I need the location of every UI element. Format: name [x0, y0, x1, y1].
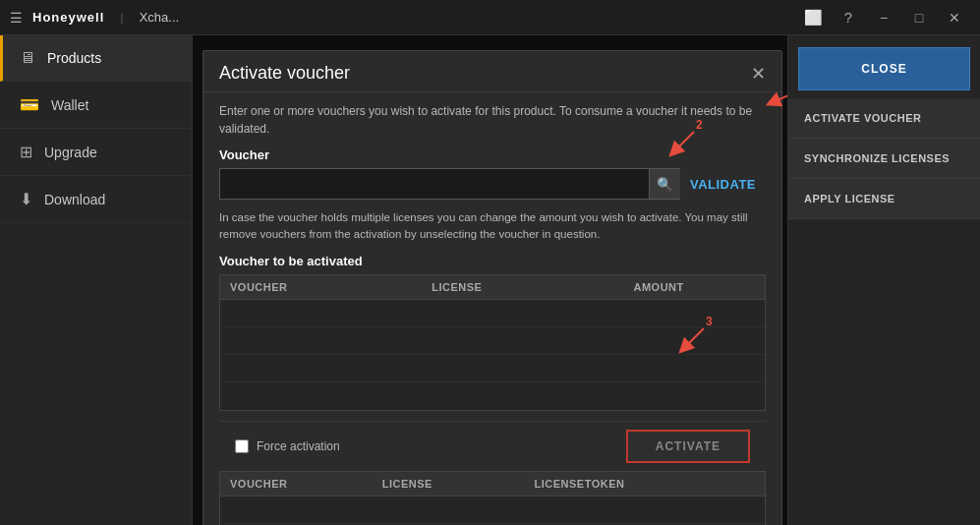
monitor-icon: ⬜ — [804, 9, 823, 27]
modal-close-button[interactable]: ✕ — [751, 65, 766, 83]
download-icon: ⬇ — [20, 190, 32, 208]
voucher-label: Voucher — [219, 147, 766, 162]
table2-header: VOUCHER LICENSE LICENSETOKEN — [220, 472, 765, 496]
modal-title: Activate voucher — [219, 63, 350, 84]
sidebar-item-download[interactable]: ⬇ Download — [0, 176, 192, 223]
voucher-to-activate-label: Voucher to be activated — [219, 254, 766, 268]
apply-license-button[interactable]: APPLY LICENSE — [788, 179, 980, 219]
table-row — [220, 355, 765, 382]
title-bar: ☰ Honeywell | Xcha... ⬜ ? − □ ✕ — [0, 0, 980, 35]
table1-rows — [220, 300, 765, 410]
brand-separator: | — [120, 10, 123, 25]
modal-footer: Force activation ACTIVATE — [219, 421, 766, 471]
force-activation-row: Force activation — [235, 439, 340, 453]
activate-button[interactable]: ACTIVATE — [626, 430, 750, 463]
activate-voucher-button[interactable]: ACTIVATE VOUCHER — [788, 98, 980, 139]
close-window-button[interactable]: ✕ — [939, 4, 970, 31]
hamburger-icon[interactable]: ☰ — [10, 10, 23, 26]
sidebar-item-upgrade[interactable]: ⊞ Upgrade — [0, 129, 192, 176]
right-panel: CLOSE ACTIVATE VOUCHER SYNCHRONIZE LICEN… — [787, 35, 980, 525]
brand-logo: Honeywell — [32, 10, 104, 25]
upgrade-icon: ⊞ — [20, 143, 32, 161]
help-button[interactable]: ? — [833, 4, 864, 31]
modal-body: Enter one or more vouchers you wish to a… — [203, 92, 781, 525]
restore-button[interactable]: □ — [903, 4, 935, 31]
sidebar-item-wallet[interactable]: 💳 Wallet — [0, 82, 192, 129]
validate-button[interactable]: VALIDATE — [680, 168, 766, 200]
minimize-button[interactable]: − — [868, 4, 899, 31]
voucher-input[interactable] — [219, 168, 649, 200]
sidebar-item-products[interactable]: 🖥 Products — [0, 35, 192, 82]
modal-note: In case the voucher holds multiple licen… — [219, 209, 766, 244]
table-row — [220, 300, 765, 327]
voucher-input-row: 🔍 VALIDATE — [219, 168, 766, 200]
col-license-2: LICENSE — [373, 472, 525, 496]
main-layout: 🖥 Products 💳 Wallet ⊞ Upgrade ⬇ Download… — [0, 35, 980, 525]
monitor-button[interactable]: ⬜ — [797, 4, 829, 31]
table1-header: VOUCHER LICENSE AMOUNT — [220, 275, 765, 300]
sidebar: 🖥 Products 💳 Wallet ⊞ Upgrade ⬇ Download — [0, 35, 193, 525]
force-activation-checkbox[interactable] — [235, 439, 249, 453]
col-amount-1: AMOUNT — [624, 275, 766, 299]
col-voucher-2: VOUCHER — [220, 472, 373, 496]
title-bar-left: ☰ Honeywell | Xcha... — [10, 10, 179, 26]
table-row — [220, 327, 765, 355]
modal-overlay: Activate voucher ✕ Enter one or more vou… — [193, 35, 787, 525]
sidebar-item-upgrade-label: Upgrade — [44, 145, 97, 160]
brand-product: Xcha... — [140, 10, 179, 25]
modal-header: Activate voucher ✕ — [203, 51, 781, 92]
voucher-result-table: VOUCHER LICENSE LICENSETOKEN — [219, 471, 766, 526]
activate-voucher-modal: Activate voucher ✕ Enter one or more vou… — [202, 50, 782, 525]
sidebar-item-products-label: Products — [47, 50, 101, 66]
products-icon: 🖥 — [20, 49, 35, 67]
title-bar-controls: ⬜ ? − □ ✕ — [797, 4, 970, 31]
help-icon: ? — [844, 9, 852, 26]
col-licensetoken-2: LICENSETOKEN — [524, 472, 765, 496]
search-icon: 🔍 — [657, 177, 673, 192]
force-activation-label: Force activation — [257, 439, 340, 453]
content-area: Activate voucher ✕ Enter one or more vou… — [193, 35, 787, 525]
sidebar-item-download-label: Download — [44, 192, 105, 207]
col-voucher-1: VOUCHER — [220, 275, 422, 299]
voucher-search-button[interactable]: 🔍 — [649, 168, 680, 200]
synchronize-licenses-button[interactable]: SYNCHRONIZE LICENSES — [788, 139, 980, 179]
table-row — [220, 382, 765, 410]
wallet-icon: 💳 — [20, 95, 39, 114]
modal-description: Enter one or more vouchers you wish to a… — [219, 102, 766, 138]
table2-rows — [220, 496, 765, 526]
close-button[interactable]: CLOSE — [798, 47, 970, 90]
sidebar-item-wallet-label: Wallet — [51, 97, 88, 113]
voucher-activate-table: VOUCHER LICENSE AMOUNT — [219, 274, 766, 411]
col-license-1: LICENSE — [422, 275, 623, 299]
table-row — [220, 496, 765, 524]
